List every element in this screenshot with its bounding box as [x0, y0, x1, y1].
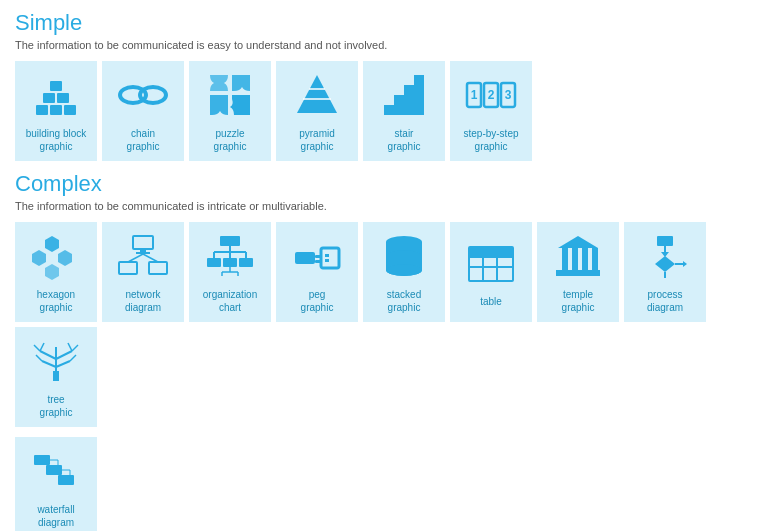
svg-rect-89 — [34, 455, 50, 465]
svg-rect-25 — [133, 236, 153, 249]
svg-rect-12 — [394, 95, 404, 115]
puzzle-graphic-item[interactable]: puzzlegraphic — [189, 61, 271, 161]
svg-rect-0 — [36, 105, 48, 115]
puzzle-icon — [204, 69, 256, 121]
svg-marker-22 — [32, 250, 46, 266]
chain-label: chaingraphic — [127, 127, 160, 153]
table-complex-label: table — [480, 295, 502, 308]
svg-marker-23 — [58, 250, 72, 266]
simple-desc: The information to be communicated is ea… — [15, 39, 747, 51]
building-block-graphic-item[interactable]: building blockgraphic — [15, 61, 97, 161]
puzzle-label: puzzlegraphic — [214, 127, 247, 153]
svg-line-31 — [143, 254, 158, 262]
svg-rect-40 — [239, 258, 253, 267]
org-chart-icon — [204, 230, 256, 282]
svg-rect-29 — [149, 262, 167, 274]
peg-label: peggraphic — [301, 288, 334, 314]
svg-rect-28 — [119, 262, 137, 274]
svg-rect-48 — [321, 248, 339, 268]
svg-rect-67 — [582, 248, 588, 270]
svg-line-85 — [68, 343, 72, 351]
svg-rect-49 — [325, 254, 329, 257]
svg-point-57 — [386, 264, 422, 276]
complex-items-row: hexagongraphic networkdiagram — [15, 222, 747, 427]
chain-graphic-item[interactable]: chaingraphic — [102, 61, 184, 161]
svg-rect-70 — [657, 236, 673, 246]
step-by-step-icon: 1 2 3 — [465, 69, 517, 121]
svg-rect-2 — [64, 105, 76, 115]
stacked-label: stackedgraphic — [387, 288, 421, 314]
pyramid-graphic-item[interactable]: pyramidgraphic — [276, 61, 358, 161]
process-diagram-item[interactable]: processdiagram — [624, 222, 706, 322]
building-block-icon — [30, 69, 82, 121]
svg-text:2: 2 — [488, 88, 495, 102]
network-label: networkdiagram — [125, 288, 161, 314]
stair-icon — [378, 69, 430, 121]
stacked-icon — [378, 230, 430, 282]
waterfall-icon — [30, 445, 82, 497]
svg-rect-5 — [50, 81, 62, 91]
svg-line-87 — [36, 355, 42, 361]
svg-rect-13 — [404, 85, 414, 115]
svg-marker-24 — [45, 264, 59, 280]
temple-graphic-item[interactable]: templegraphic — [537, 222, 619, 322]
svg-rect-50 — [325, 259, 329, 262]
svg-rect-27 — [136, 252, 150, 254]
stair-label: stairgraphic — [388, 127, 421, 153]
svg-rect-77 — [53, 371, 59, 381]
hexagon-icon — [30, 230, 82, 282]
step-by-step-graphic-item[interactable]: 1 2 3 step-by-stepgraphic — [450, 61, 532, 161]
svg-line-30 — [128, 254, 143, 262]
temple-icon — [552, 230, 604, 282]
tree-label: treegraphic — [40, 393, 73, 419]
svg-line-80 — [56, 351, 72, 359]
simple-section: Simple The information to be communicate… — [15, 10, 747, 161]
svg-text:1: 1 — [471, 88, 478, 102]
svg-rect-65 — [562, 248, 568, 270]
svg-line-88 — [70, 355, 76, 361]
svg-rect-45 — [295, 252, 315, 264]
svg-rect-66 — [572, 248, 578, 270]
tree-icon — [30, 335, 82, 387]
pyramid-icon — [291, 69, 343, 121]
svg-rect-90 — [46, 465, 62, 475]
hexagon-label: hexagongraphic — [37, 288, 75, 314]
process-icon — [639, 230, 691, 282]
waterfall-diagram-item[interactable]: waterfalldiagram — [15, 437, 97, 531]
svg-rect-68 — [592, 248, 598, 270]
svg-rect-1 — [50, 105, 62, 115]
waterfall-label: waterfalldiagram — [37, 503, 74, 529]
stacked-graphic-item[interactable]: stackedgraphic — [363, 222, 445, 322]
svg-rect-32 — [220, 236, 240, 246]
pyramid-label: pyramidgraphic — [299, 127, 335, 153]
svg-marker-73 — [655, 256, 675, 272]
svg-rect-38 — [223, 258, 237, 267]
svg-rect-63 — [469, 247, 513, 257]
complex-desc: The information to be communicated is in… — [15, 200, 747, 212]
table-complex-icon — [465, 237, 517, 289]
svg-line-81 — [42, 361, 56, 367]
org-chart-label: organizationchart — [203, 288, 257, 314]
table-complex-item[interactable]: table — [450, 222, 532, 322]
complex-items-row-2: waterfalldiagram — [15, 437, 747, 531]
svg-line-79 — [40, 351, 56, 359]
svg-line-86 — [72, 345, 78, 351]
svg-rect-69 — [556, 270, 600, 276]
hexagon-graphic-item[interactable]: hexagongraphic — [15, 222, 97, 322]
svg-rect-4 — [57, 93, 69, 103]
svg-marker-8 — [297, 75, 337, 113]
building-block-label: building blockgraphic — [26, 127, 87, 153]
svg-point-7 — [140, 87, 166, 103]
stair-graphic-item[interactable]: stairgraphic — [363, 61, 445, 161]
svg-marker-75 — [683, 261, 687, 267]
organization-chart-item[interactable]: organizationchart — [189, 222, 271, 322]
network-diagram-item[interactable]: networkdiagram — [102, 222, 184, 322]
tree-graphic-item[interactable]: treegraphic — [15, 327, 97, 427]
svg-marker-64 — [558, 236, 598, 248]
process-label: processdiagram — [647, 288, 683, 314]
peg-graphic-item[interactable]: peggraphic — [276, 222, 358, 322]
network-icon — [117, 230, 169, 282]
step-by-step-label: step-by-stepgraphic — [463, 127, 518, 153]
simple-title: Simple — [15, 10, 747, 36]
complex-section: Complex The information to be communicat… — [15, 171, 747, 531]
